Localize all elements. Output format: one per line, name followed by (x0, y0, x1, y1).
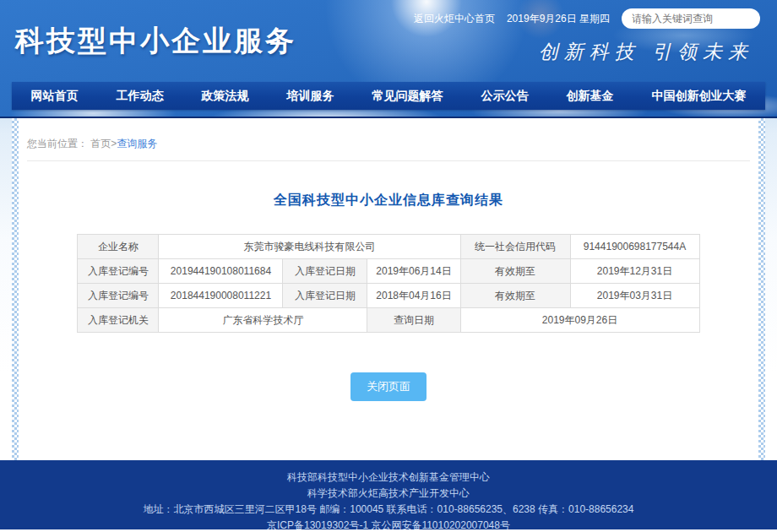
value-valid-until-2019: 2019年12月31日 (570, 259, 699, 284)
breadcrumb-divider (27, 160, 750, 161)
label-registration-no-2018: 入库登记编号 (78, 284, 159, 308)
table-row: 入库登记编号 201944190108011684 入库登记日期 2019年06… (78, 259, 699, 284)
breadcrumb: 您当前位置： 首页>查询服务 (27, 137, 748, 151)
page-title: 全国科技型中小企业信息库查询结果 (12, 192, 765, 209)
query-result-table: 企业名称 东莞市骏豪电线科技有限公司 统一社会信用代码 914419006981… (77, 234, 699, 333)
label-valid-until-2018: 有效期至 (460, 284, 570, 308)
value-registration-date-2019: 2019年06月14日 (367, 259, 460, 284)
footer-org-line-2: 科学技术部火炬高技术产业开发中心 (0, 486, 777, 502)
footer-org-line-1: 科技部科技型中小企业技术创新基金管理中心 (0, 470, 777, 486)
site-slogan: 创新科技 引领未来 (539, 39, 753, 65)
nav-item-announcements[interactable]: 公示公告 (481, 89, 529, 104)
value-registration-authority: 广东省科学技术厅 (159, 308, 367, 333)
main-navigation: 网站首页 工作动态 政策法规 培训服务 常见问题解答 公示公告 创新基金 中国创… (12, 82, 765, 110)
page-footer: 科技部科技型中小企业技术创新基金管理中心 科学技术部火炬高技术产业开发中心 地址… (0, 460, 777, 529)
footer-contact-line: 地址：北京市西城区三里河二区甲18号 邮编：100045 联系电话：010-88… (0, 502, 777, 518)
nav-item-innovation-contest[interactable]: 中国创新创业大赛 (652, 89, 747, 104)
value-registration-no-2019: 201944190108011684 (159, 259, 283, 284)
search-input[interactable] (632, 13, 763, 24)
site-logo-title: 科技型中小企业服务 (15, 22, 296, 61)
label-query-date: 查询日期 (367, 308, 460, 333)
label-valid-until-2019: 有效期至 (460, 259, 570, 284)
label-registration-date-2019: 入库登记日期 (283, 259, 367, 284)
nav-item-innovation-fund[interactable]: 创新基金 (567, 89, 614, 104)
breadcrumb-home[interactable]: 首页 (90, 138, 111, 149)
nav-item-policy[interactable]: 政策法规 (202, 89, 249, 104)
table-row: 企业名称 东莞市骏豪电线科技有限公司 统一社会信用代码 914419006981… (78, 235, 699, 259)
label-registration-date-2018: 入库登记日期 (283, 284, 367, 308)
value-valid-until-2018: 2019年03月31日 (570, 284, 699, 308)
label-credit-code: 统一社会信用代码 (460, 235, 570, 259)
value-query-date: 2019年09月26日 (460, 308, 699, 333)
value-registration-no-2018: 201844190008011221 (159, 284, 283, 308)
value-credit-code: 91441900698177544A (570, 235, 699, 259)
value-company-name: 东莞市骏豪电线科技有限公司 (159, 235, 460, 259)
current-date: 2019年9月26日 星期四 (507, 12, 610, 26)
panel-right-checker-border (758, 118, 765, 460)
breadcrumb-current-link[interactable]: 查询服务 (117, 138, 157, 149)
content-panel: 您当前位置： 首页>查询服务 全国科技型中小企业信息库查询结果 企业名称 东莞市… (12, 118, 765, 460)
top-utility-bar: 返回火炬中心首页 2019年9月26日 星期四 (414, 8, 760, 29)
nav-item-home[interactable]: 网站首页 (31, 89, 79, 104)
breadcrumb-prefix: 您当前位置： (27, 138, 88, 149)
table-row: 入库登记机关 广东省科学技术厅 查询日期 2019年09月26日 (78, 308, 699, 333)
nav-item-work-news[interactable]: 工作动态 (117, 89, 164, 104)
label-company-name: 企业名称 (78, 235, 159, 259)
panel-left-checker-border (12, 118, 19, 460)
search-box[interactable] (622, 8, 760, 29)
label-registration-authority: 入库登记机关 (78, 308, 159, 333)
value-registration-date-2018: 2018年04月16日 (367, 284, 460, 308)
nav-item-faq[interactable]: 常见问题解答 (372, 89, 443, 104)
table-row: 入库登记编号 201844190008011221 入库登记日期 2018年04… (78, 284, 699, 308)
label-registration-no-2019: 入库登记编号 (78, 259, 159, 284)
torch-center-home-link[interactable]: 返回火炬中心首页 (414, 12, 495, 26)
nav-item-training[interactable]: 培训服务 (287, 89, 334, 104)
close-page-button[interactable]: 关闭页面 (350, 372, 427, 401)
